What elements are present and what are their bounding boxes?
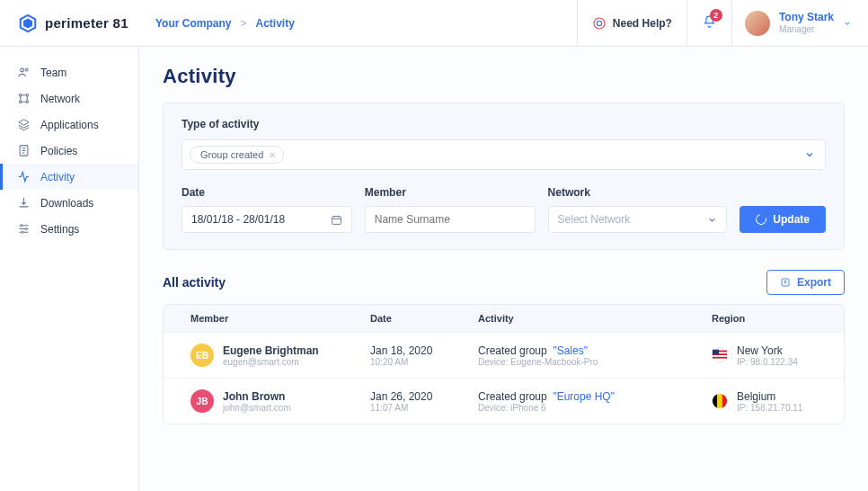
- table-row[interactable]: JBJohn Brownjohn@smart.comJan 26, 202011…: [164, 378, 844, 424]
- sidebar-item-label: Policies: [40, 145, 77, 157]
- chevron-down-icon: [707, 215, 717, 225]
- users-icon: [17, 66, 31, 79]
- download-icon: [17, 196, 31, 210]
- activity-table: Member Date Activity Region EBEugene Bri…: [163, 304, 845, 424]
- svg-point-5: [25, 68, 28, 71]
- member-input[interactable]: [365, 206, 536, 233]
- svg-point-11: [21, 225, 22, 227]
- network-label: Network: [548, 186, 728, 199]
- svg-rect-22: [712, 393, 717, 409]
- help-link[interactable]: Need Help?: [577, 0, 686, 46]
- refresh-icon: [754, 212, 768, 227]
- row-date: Jan 18, 2020: [370, 344, 478, 357]
- network-placeholder: Select Network: [558, 213, 631, 226]
- sidebar: Team Network Applications Policies Activ…: [0, 47, 139, 491]
- brand: perimeter 81: [0, 13, 139, 33]
- svg-point-7: [26, 94, 29, 97]
- row-date: Jan 26, 2020: [370, 390, 478, 403]
- user-role: Manager: [779, 24, 834, 34]
- user-name: Tony Stark: [779, 12, 834, 23]
- avatar: [745, 11, 770, 36]
- member-avatar: EB: [190, 344, 214, 367]
- svg-point-3: [597, 21, 601, 25]
- flag-icon: [712, 347, 728, 363]
- page-title: Activity: [163, 65, 845, 88]
- sidebar-item-downloads[interactable]: Downloads: [0, 190, 138, 216]
- filter-card: Type of activity Group created ✕ Date: [163, 103, 845, 250]
- table-header: Member Date Activity Region: [164, 305, 844, 332]
- sidebar-item-label: Network: [40, 93, 80, 105]
- date-label: Date: [182, 186, 352, 199]
- sidebar-item-label: Downloads: [40, 197, 93, 210]
- chevron-down-icon: [804, 149, 815, 160]
- sidebar-item-team[interactable]: Team: [0, 59, 138, 85]
- svg-rect-14: [332, 216, 341, 224]
- svg-point-4: [21, 68, 24, 72]
- member-email: john@smart.com: [223, 403, 291, 413]
- date-range-input[interactable]: 18/01/18 - 28/01/18: [182, 206, 352, 233]
- member-name: John Brown: [223, 390, 291, 403]
- layers-icon: [17, 118, 31, 131]
- main: Activity Type of activity Group created …: [139, 47, 868, 491]
- sliders-icon: [17, 222, 31, 236]
- chip-label: Group created: [200, 149, 263, 160]
- chip-group-created[interactable]: Group created ✕: [190, 146, 284, 164]
- network-icon: [17, 92, 31, 105]
- svg-rect-24: [722, 393, 728, 409]
- col-activity: Activity: [478, 313, 712, 324]
- logo-icon: [18, 13, 38, 33]
- type-label: Type of activity: [182, 118, 826, 130]
- sidebar-item-policies[interactable]: Policies: [0, 138, 138, 164]
- lifebuoy-icon: [592, 16, 607, 31]
- calendar-icon: [331, 214, 342, 226]
- svg-point-13: [22, 231, 23, 233]
- sidebar-item-activity[interactable]: Activity: [0, 164, 138, 190]
- chevron-down-icon: [843, 19, 852, 28]
- update-label: Update: [773, 213, 810, 226]
- chip-remove-icon[interactable]: ✕: [269, 150, 276, 160]
- sidebar-item-settings[interactable]: Settings: [0, 216, 138, 242]
- svg-point-12: [25, 228, 27, 229]
- document-icon: [17, 144, 31, 157]
- sidebar-item-applications[interactable]: Applications: [0, 112, 138, 138]
- network-select[interactable]: Select Network: [548, 206, 728, 233]
- header: perimeter 81 Your Company > Activity Nee…: [0, 0, 868, 47]
- row-ip: IP: 98.0.122.34: [737, 357, 798, 367]
- svg-rect-23: [717, 393, 722, 409]
- svg-rect-19: [713, 357, 727, 359]
- col-date: Date: [370, 313, 478, 324]
- export-icon: [780, 277, 791, 288]
- member-avatar: JB: [190, 389, 214, 413]
- svg-point-8: [20, 101, 22, 103]
- row-device: Device: Eugene-Macbook-Pro: [478, 357, 712, 367]
- help-label: Need Help?: [613, 17, 672, 30]
- export-button[interactable]: Export: [766, 270, 845, 295]
- row-activity: Created group "Sales": [478, 344, 712, 357]
- breadcrumb-sep: >: [240, 17, 246, 30]
- sidebar-item-label: Settings: [40, 223, 79, 236]
- svg-point-9: [26, 101, 29, 103]
- user-menu[interactable]: Tony Stark Manager: [731, 0, 868, 46]
- notification-badge: 2: [710, 9, 722, 22]
- date-value: 18/01/18 - 28/01/18: [191, 213, 285, 226]
- row-time: 10:20 AM: [370, 357, 478, 367]
- sidebar-item-label: Team: [40, 67, 66, 79]
- breadcrumb-leaf[interactable]: Activity: [255, 17, 294, 30]
- export-label: Export: [797, 276, 831, 289]
- breadcrumb: Your Company > Activity: [139, 17, 577, 30]
- sidebar-item-network[interactable]: Network: [0, 85, 138, 112]
- breadcrumb-root[interactable]: Your Company: [155, 17, 231, 30]
- row-time: 11:07 AM: [370, 403, 478, 413]
- activity-type-select[interactable]: Group created ✕: [182, 139, 826, 170]
- col-region: Region: [712, 313, 817, 324]
- all-activity-heading: All activity: [163, 275, 226, 290]
- member-name: Eugene Brightman: [223, 344, 319, 357]
- activity-icon: [17, 170, 31, 183]
- notifications-button[interactable]: 2: [686, 0, 731, 46]
- update-button[interactable]: Update: [740, 206, 826, 233]
- table-row[interactable]: EBEugene Brightmaneugen@smart.comJan 18,…: [164, 332, 844, 378]
- sidebar-item-label: Applications: [40, 119, 99, 131]
- sidebar-item-label: Activity: [40, 171, 75, 183]
- svg-rect-20: [713, 350, 719, 354]
- svg-marker-1: [23, 18, 32, 28]
